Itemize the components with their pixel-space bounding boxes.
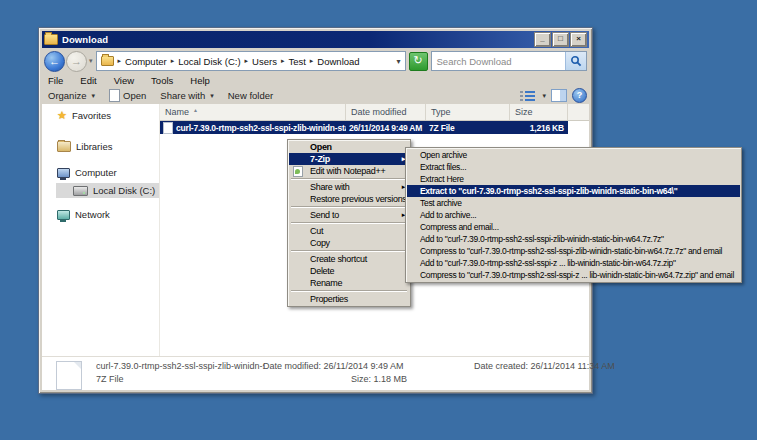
sidebar-item-favorites[interactable]: ★ Favorites	[42, 108, 159, 123]
menu-file[interactable]: File	[48, 75, 63, 86]
organize-button[interactable]: Organize ▾	[48, 90, 95, 101]
address-dropdown-icon[interactable]: ▾	[397, 57, 401, 66]
submenu-item-add-to-archive[interactable]: Add to archive...	[407, 209, 740, 221]
context-menu-item-send-to[interactable]: Send to ▸	[289, 209, 409, 221]
libraries-icon	[57, 141, 71, 152]
close-button[interactable]: ×	[570, 32, 587, 47]
help-icon[interactable]: ?	[572, 88, 587, 103]
file-size-cell: 1,216 KB	[510, 123, 564, 133]
context-menu-item-cut[interactable]: Cut	[289, 225, 409, 237]
forward-button[interactable]: →	[66, 51, 87, 72]
context-menu-item-7zip[interactable]: 7-Zip ▸	[289, 153, 409, 165]
column-header-date-modified[interactable]: Date modified	[346, 104, 426, 120]
navigation-pane: ★ Favorites Libraries Computer Local Dis…	[42, 104, 160, 390]
file-row-selected[interactable]: curl-7.39.0-rtmp-ssh2-ssl-sspi-zlib-wini…	[160, 121, 568, 134]
breadcrumb-item-test[interactable]: Test	[288, 56, 305, 67]
column-header-label: Date modified	[351, 107, 407, 117]
new-folder-label: New folder	[228, 90, 273, 101]
maximize-button[interactable]: □	[552, 32, 569, 47]
context-menu-item-delete[interactable]: Delete	[289, 265, 409, 277]
submenu-item-extract-here[interactable]: Extract Here	[407, 173, 740, 185]
submenu-item-open-archive[interactable]: Open archive	[407, 149, 740, 161]
breadcrumb-arrow-icon: ▸	[310, 57, 314, 65]
menu-tools[interactable]: Tools	[151, 75, 173, 86]
menu-view[interactable]: View	[114, 75, 134, 86]
context-menu-item-restore-previous-versions[interactable]: Restore previous versions	[289, 193, 409, 205]
submenu-item-add-to-7z[interactable]: Add to "curl-7.39.0-rtmp-ssh2-ssl-sspi-z…	[407, 233, 740, 245]
open-label: Open	[123, 90, 146, 101]
command-toolbar: Organize ▾ Open Share with ▾ New folder	[44, 87, 587, 104]
file-icon-large	[56, 361, 82, 390]
share-with-button[interactable]: Share with ▾	[160, 90, 213, 101]
context-menu-item-properties[interactable]: Properties	[289, 293, 409, 305]
context-menu: Open 7-Zip ▸ Edit with Notepad++ Share w…	[287, 139, 411, 307]
column-header-filler	[568, 104, 589, 120]
address-bar[interactable]: ▸ Computer ▸ Local Disk (C:) ▸ Users ▸ T…	[96, 51, 406, 71]
views-dropdown-icon[interactable]: ▾	[542, 92, 546, 100]
submenu-item-compress-and-email[interactable]: Compress and email...	[407, 221, 740, 233]
file-name-text: curl-7.39.0-rtmp-ssh2-ssl-sspi-zlib-wini…	[176, 123, 346, 133]
breadcrumb-item-download[interactable]: Download	[317, 56, 359, 67]
file-type-cell: 7Z File	[426, 123, 510, 133]
share-with-label: Share with	[160, 90, 205, 101]
breadcrumb-item-users[interactable]: Users	[252, 56, 277, 67]
column-header-name[interactable]: Name ▲	[160, 104, 346, 120]
nav-history-dropdown-icon[interactable]: ▾	[89, 57, 93, 65]
minimize-button[interactable]: _	[534, 32, 551, 47]
open-button[interactable]: Open	[109, 89, 146, 102]
sidebar-item-libraries[interactable]: Libraries	[42, 139, 159, 154]
sidebar-item-network[interactable]: Network	[42, 207, 159, 222]
submenu-item-extract-to[interactable]: Extract to "curl-7.39.0-rtmp-ssh2-ssl-ss…	[407, 185, 740, 197]
search-button[interactable]	[565, 52, 586, 70]
menu-separator	[291, 178, 407, 180]
window-title: Download	[62, 34, 533, 45]
star-icon: ★	[57, 110, 67, 121]
context-menu-item-rename[interactable]: Rename	[289, 277, 409, 289]
network-icon	[57, 210, 70, 220]
computer-icon	[57, 168, 70, 178]
submenu-item-add-to-zip[interactable]: Add to "curl-7.39.0-rtmp-ssh2-ssl-sspi-z…	[407, 257, 740, 269]
context-menu-item-open[interactable]: Open	[289, 141, 409, 153]
breadcrumb-arrow-icon: ▸	[245, 57, 249, 65]
address-folder-icon	[101, 56, 114, 66]
context-menu-item-label: Send to	[310, 210, 339, 220]
window-folder-icon	[44, 34, 58, 45]
context-menu-item-copy[interactable]: Copy	[289, 237, 409, 249]
context-menu-item-edit-with-notepadpp[interactable]: Edit with Notepad++	[289, 165, 409, 177]
sidebar-item-local-disk-c[interactable]: Local Disk (C:)	[56, 183, 159, 198]
views-icon[interactable]	[520, 90, 535, 102]
back-button[interactable]: ←	[44, 51, 65, 72]
file-name-cell: curl-7.39.0-rtmp-ssh2-ssl-sspi-zlib-wini…	[160, 122, 346, 134]
new-folder-button[interactable]: New folder	[228, 90, 273, 101]
search-input[interactable]: Search Download	[431, 51, 587, 71]
column-header-label: Name	[165, 107, 189, 117]
submenu-item-compress-to-7z-and-email[interactable]: Compress to "curl-7.39.0-rtmp-ssh2-ssl-s…	[407, 245, 740, 257]
context-menu-item-create-shortcut[interactable]: Create shortcut	[289, 253, 409, 265]
menu-separator	[291, 206, 407, 208]
column-header-row: Name ▲ Date modified Type Size	[160, 104, 589, 121]
chevron-down-icon: ▾	[92, 92, 96, 100]
column-header-type[interactable]: Type	[426, 104, 510, 120]
breadcrumb-arrow-icon: ▸	[171, 57, 175, 65]
preview-pane-icon[interactable]	[551, 89, 567, 102]
column-header-label: Type	[431, 107, 451, 117]
sidebar-item-label: Local Disk (C:)	[93, 185, 155, 196]
refresh-button[interactable]: ↻	[409, 52, 428, 71]
menu-help[interactable]: Help	[190, 75, 210, 86]
breadcrumb-arrow-icon: ▸	[118, 57, 122, 65]
file-date-cell: 26/11/2014 9:49 AM	[346, 123, 426, 133]
context-menu-item-label: Share with	[310, 182, 350, 192]
submenu-item-test-archive[interactable]: Test archive	[407, 197, 740, 209]
submenu-item-extract-files[interactable]: Extract files...	[407, 161, 740, 173]
submenu-item-compress-to-zip-and-email[interactable]: Compress to "curl-7.39.0-rtmp-ssh2-ssl-s…	[407, 269, 740, 281]
sidebar-item-computer[interactable]: Computer	[42, 165, 159, 180]
sidebar-item-label: Libraries	[76, 141, 112, 152]
details-file-type: 7Z File	[96, 374, 124, 384]
breadcrumb-item-computer[interactable]: Computer	[125, 56, 167, 67]
column-header-size[interactable]: Size	[510, 104, 568, 120]
menu-edit[interactable]: Edit	[80, 75, 96, 86]
titlebar[interactable]: Download _ □ ×	[42, 31, 589, 48]
breadcrumb-item-local-disk[interactable]: Local Disk (C:)	[178, 56, 240, 67]
context-menu-item-share-with[interactable]: Share with ▸	[289, 181, 409, 193]
menu-separator	[291, 290, 407, 292]
